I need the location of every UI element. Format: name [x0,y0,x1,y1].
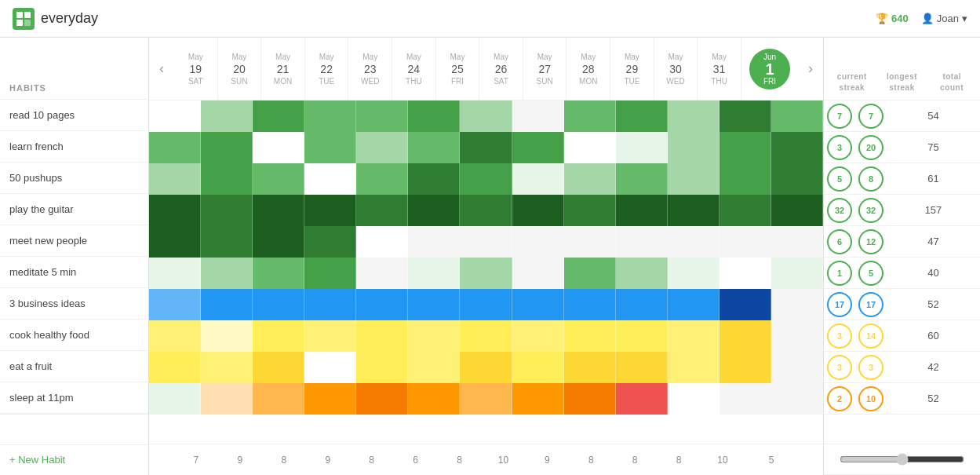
habit-name-row[interactable]: cook healthy food [0,320,148,351]
habit-cell[interactable] [512,289,564,320]
habit-cell[interactable] [304,320,356,352]
habit-cell[interactable] [408,258,460,289]
habit-cell[interactable] [771,352,823,383]
habit-cell[interactable] [720,320,771,352]
habit-cell[interactable] [512,132,564,163]
habit-cell[interactable] [460,258,512,289]
habit-cell[interactable] [668,289,720,320]
habit-cell[interactable] [460,320,512,352]
habit-name-row[interactable]: eat a fruit [0,351,148,382]
habit-cell[interactable] [408,352,460,383]
habit-cell[interactable] [149,226,201,258]
habit-cell[interactable] [512,195,564,226]
habit-cell[interactable] [564,289,616,320]
habit-cell[interactable] [668,163,720,195]
habit-cell[interactable] [356,132,408,163]
habit-cell[interactable] [460,289,512,320]
habit-cell[interactable] [253,289,304,320]
habit-cell[interactable] [512,226,564,258]
habit-cell[interactable] [771,320,823,352]
habit-cell[interactable] [408,289,460,320]
habit-cell[interactable] [201,352,253,383]
habit-cell[interactable] [564,320,616,352]
habit-cell[interactable] [616,132,668,163]
habit-name-row[interactable]: sleep at 11pm [0,382,148,414]
habit-cell[interactable] [408,320,460,352]
habit-cell[interactable] [304,195,356,226]
habit-cell[interactable] [149,352,201,383]
habit-cell[interactable] [201,226,253,258]
habit-cell[interactable] [356,163,408,195]
habit-cell[interactable] [408,163,460,195]
habit-cell[interactable] [201,100,253,132]
habit-cell[interactable] [408,100,460,132]
habit-cell[interactable] [616,100,668,132]
habit-name-row[interactable]: play the guitar [0,194,148,225]
habit-cell[interactable] [201,289,253,320]
habit-cell[interactable] [304,163,356,195]
habit-cell[interactable] [356,383,408,415]
habit-cell[interactable] [253,320,304,352]
habit-cell[interactable] [720,195,771,226]
habit-cell[interactable] [720,289,771,320]
scroll-slider[interactable] [840,453,964,466]
habit-cell[interactable] [616,320,668,352]
habit-cell[interactable] [253,258,304,289]
habit-cell[interactable] [512,352,564,383]
habit-cell[interactable] [304,383,356,415]
habit-name-row[interactable]: 50 pushups [0,163,148,194]
habit-cell[interactable] [771,132,823,163]
habit-cell[interactable] [253,352,304,383]
habit-cell[interactable] [616,383,668,415]
user-menu[interactable]: 👤 Joan ▾ [921,13,967,24]
habit-cell[interactable] [253,195,304,226]
habit-cell[interactable] [564,100,616,132]
habit-name-row[interactable]: 3 business ideas [0,288,148,320]
habit-cell[interactable] [512,258,564,289]
habit-cell[interactable] [408,226,460,258]
habit-cell[interactable] [253,100,304,132]
habit-name-row[interactable]: meditate 5 min [0,257,148,288]
habit-cell[interactable] [720,100,771,132]
prev-week-button[interactable]: ‹ [149,38,174,100]
habit-cell[interactable] [564,352,616,383]
habit-cell[interactable] [149,383,201,415]
habit-cell[interactable] [616,195,668,226]
habit-cell[interactable] [668,320,720,352]
habit-cell[interactable] [149,289,201,320]
habit-cell[interactable] [771,226,823,258]
habit-cell[interactable] [304,258,356,289]
habit-cell[interactable] [512,163,564,195]
habit-cell[interactable] [720,352,771,383]
habit-cell[interactable] [304,226,356,258]
habit-cell[interactable] [616,258,668,289]
habit-cell[interactable] [149,320,201,352]
habit-cell[interactable] [201,320,253,352]
habit-cell[interactable] [771,163,823,195]
habit-cell[interactable] [668,100,720,132]
habit-cell[interactable] [668,258,720,289]
habit-cell[interactable] [201,383,253,415]
habit-cell[interactable] [564,132,616,163]
habit-cell[interactable] [771,258,823,289]
habit-cell[interactable] [201,132,253,163]
habit-cell[interactable] [149,163,201,195]
habit-cell[interactable] [356,226,408,258]
habit-cell[interactable] [616,352,668,383]
habit-name-row[interactable]: learn french [0,131,148,163]
habit-cell[interactable] [149,258,201,289]
habit-cell[interactable] [356,320,408,352]
habit-cell[interactable] [460,383,512,415]
habit-cell[interactable] [771,100,823,132]
habit-cell[interactable] [356,289,408,320]
habit-cell[interactable] [668,226,720,258]
habit-cell[interactable] [720,226,771,258]
habit-cell[interactable] [668,383,720,415]
habit-cell[interactable] [253,383,304,415]
habit-cell[interactable] [460,100,512,132]
habit-cell[interactable] [512,100,564,132]
habit-cell[interactable] [201,163,253,195]
habit-cell[interactable] [201,258,253,289]
habit-cell[interactable] [408,383,460,415]
habit-cell[interactable] [771,289,823,320]
